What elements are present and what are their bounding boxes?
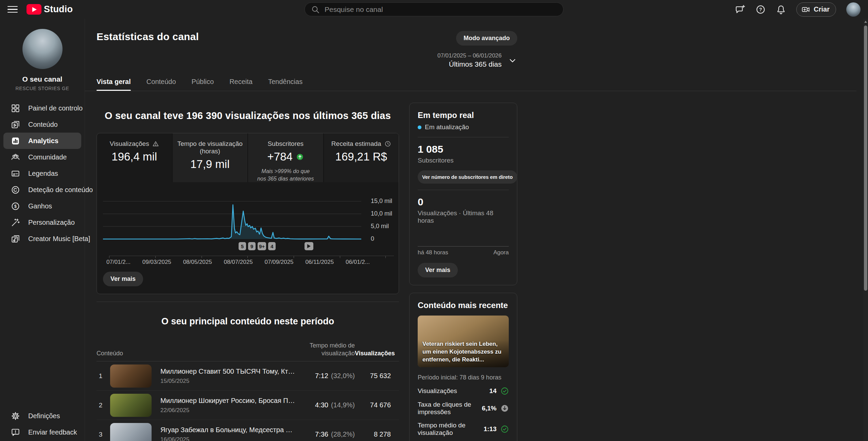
table-row[interactable]: 2 Миллионер Шокирует Россию, Бросая Пойм…	[97, 391, 399, 420]
publish-marker-badge[interactable]: 9+	[258, 242, 266, 250]
metric-card-watch-time[interactable]: Tempo de visualização (horas) 17,9 mil	[172, 133, 248, 182]
date-range-selector[interactable]: 07/01/2025 – 06/01/2026 Últimos 365 dias	[437, 52, 517, 68]
tab-conteudo[interactable]: Conteúdo	[146, 78, 176, 91]
chevron-down-icon	[508, 56, 517, 65]
sidebar-item-earn[interactable]: $ Ganhos	[3, 198, 81, 214]
page-scrollbar[interactable]	[863, 19, 868, 441]
search-bar[interactable]	[305, 2, 563, 16]
video-thumbnail	[110, 423, 152, 441]
metric-card-subscribers[interactable]: Subscritores +784 Mais >999% do que nos …	[247, 133, 323, 182]
page-title: Estatísticas do canal	[97, 31, 199, 43]
metric-card-views[interactable]: Visualizações 196,4 mil	[97, 133, 172, 182]
column-header-views[interactable]: Visualizações	[355, 350, 399, 357]
column-header-avg-duration[interactable]: Tempo médio de visualização	[304, 342, 355, 357]
chart-see-more-button[interactable]: Ver mais	[103, 272, 143, 286]
video-title: Миллионер Ставит 500 ТЫСЯЧ Тому, Кто Укр…	[160, 368, 297, 375]
sidebar-item-send-feedback[interactable]: Enviar feedback	[3, 424, 81, 440]
publish-markers: 5 9 9+ 4	[239, 242, 276, 250]
realtime-views-value: 0	[418, 196, 509, 208]
views-chart[interactable]: 15,0 mil 10,0 mil 5,0 mil 0 5 9 9+ 4	[97, 182, 399, 266]
column-header-content[interactable]: Conteúdo	[97, 350, 304, 357]
metric-strip: Visualizações 196,4 mil Tempo de visuali…	[97, 133, 399, 182]
search-input[interactable]	[325, 5, 557, 14]
top-bar: Studio ?	[0, 0, 868, 19]
feedback-bubble-icon[interactable]	[735, 4, 745, 15]
sidebar-item-copyright[interactable]: Deteção de conteúdo	[3, 182, 81, 198]
music-note-icon	[11, 234, 20, 243]
earnings-dollar-icon: $	[11, 202, 20, 211]
table-row[interactable]: 1 Миллионер Ставит 500 ТЫСЯЧ Тому, Кто У…	[97, 361, 399, 391]
sidebar-item-customization[interactable]: Personalização	[3, 214, 81, 231]
live-subscriber-count-button[interactable]: Ver número de subscritores em direto	[418, 170, 517, 184]
status-good-check-icon	[501, 425, 509, 433]
scrollbar-thumb[interactable]	[864, 26, 867, 291]
metric-card-revenue[interactable]: Receita estimada 169,21 R$	[323, 133, 399, 182]
youtube-studio-logo[interactable]: Studio	[27, 4, 73, 15]
table-row[interactable]: 3 Ягуар Забежал в Больницу, Медсестра Ср…	[97, 420, 399, 441]
realtime-chart-axis	[418, 246, 509, 247]
subscribers-comparison-note: Mais >999% do que nos 365 dias anteriore…	[248, 168, 323, 182]
realtime-views-label: Visualizações · Últimas 48 horas	[418, 209, 509, 224]
clock-icon	[384, 140, 391, 147]
logo-text: Studio	[44, 4, 73, 15]
settings-gear-icon	[11, 411, 20, 421]
svg-text:$: $	[14, 204, 17, 209]
notifications-bell-icon[interactable]	[776, 4, 786, 15]
warning-icon	[152, 140, 159, 147]
subtitles-icon	[11, 169, 20, 178]
realtime-card: Em tempo real Em atualização 1 085 Subsc…	[409, 103, 517, 285]
tab-publico[interactable]: Público	[192, 78, 214, 91]
publish-marker-play-icon[interactable]	[305, 242, 313, 250]
publish-marker-badge[interactable]: 5	[239, 242, 246, 250]
tab-vista-geral[interactable]: Vista geral	[97, 78, 131, 91]
help-icon[interactable]: ?	[756, 4, 766, 15]
latest-stat-ctr: Taxa de cliques de impressões 6,1%	[418, 401, 509, 416]
account-avatar[interactable]	[846, 2, 861, 17]
realtime-title: Em tempo real	[418, 111, 509, 120]
search-icon	[311, 5, 320, 14]
latest-stat-avg-view-duration: Tempo médio de visualização 1:13	[418, 422, 509, 437]
sidebar-item-creator-music[interactable]: Creator Music [Beta]	[3, 231, 81, 247]
latest-video-title: Veteran riskiert sein Leben, um einen Ko…	[422, 340, 505, 364]
customization-wand-icon	[11, 218, 20, 227]
video-title: Ягуар Забежал в Больницу, Медсестра Сраз…	[160, 426, 297, 434]
publish-marker-badge[interactable]: 4	[268, 242, 276, 250]
dashboard-icon	[11, 104, 20, 113]
publish-marker-badge[interactable]: 9	[248, 242, 256, 250]
sidebar-item-subtitles[interactable]: Legendas	[3, 165, 81, 182]
realtime-subscribers-value: 1 085	[418, 143, 509, 155]
sidebar-item-community[interactable]: Comunidade	[3, 149, 81, 165]
main-content: Estatísticas do canal Modo avançado 07/0…	[85, 19, 863, 441]
sidebar-item-analytics[interactable]: Analytics	[3, 133, 81, 149]
latest-video-period: Período inicial: 78 dias 9 horas	[418, 374, 509, 381]
divider	[418, 137, 509, 137]
latest-content-card: Conteúdo mais recente Veteran riskiert s…	[409, 293, 517, 441]
latest-content-title: Conteúdo mais recente	[418, 301, 509, 310]
sidebar-item-settings[interactable]: Definições	[3, 408, 81, 424]
latest-video-thumbnail[interactable]: Veteran riskiert sein Leben, um einen Ko…	[418, 316, 509, 367]
sidebar-item-content[interactable]: Conteúdo	[3, 116, 81, 133]
table-header: Conteúdo Tempo médio de visualização Vis…	[97, 342, 399, 361]
realtime-see-more-button[interactable]: Ver mais	[418, 263, 458, 277]
views-line-chart	[103, 191, 361, 242]
hamburger-menu-icon[interactable]	[7, 4, 18, 15]
latest-stat-views: Visualizações 14	[418, 387, 509, 395]
date-range-label: Últimos 365 dias	[437, 60, 502, 68]
copyright-icon	[11, 185, 20, 194]
create-button[interactable]: Criar	[796, 2, 836, 17]
analytics-panel: Visualizações 196,4 mil Tempo de visuali…	[97, 133, 399, 294]
create-button-label: Criar	[814, 5, 830, 13]
video-thumbnail	[110, 394, 152, 417]
live-updating-dot-icon	[418, 125, 421, 129]
date-range-text: 07/01/2025 – 06/01/2026	[437, 52, 502, 59]
advanced-mode-button[interactable]: Modo avançado	[456, 31, 517, 46]
scrollbar-up-arrow-icon[interactable]	[864, 21, 867, 23]
tabs-divider	[85, 91, 856, 91]
video-title: Миллионер Шокирует Россию, Бросая Пойман…	[160, 397, 297, 405]
sidebar-item-dashboard[interactable]: Painel de controlo	[3, 100, 81, 116]
channel-subtitle: RESCUE STORIES GE	[0, 86, 85, 91]
channel-avatar[interactable]	[22, 29, 63, 69]
tab-tendencias[interactable]: Tendências	[268, 78, 302, 91]
youtube-studio-app: Studio ?	[0, 0, 868, 441]
tab-receita[interactable]: Receita	[229, 78, 253, 91]
